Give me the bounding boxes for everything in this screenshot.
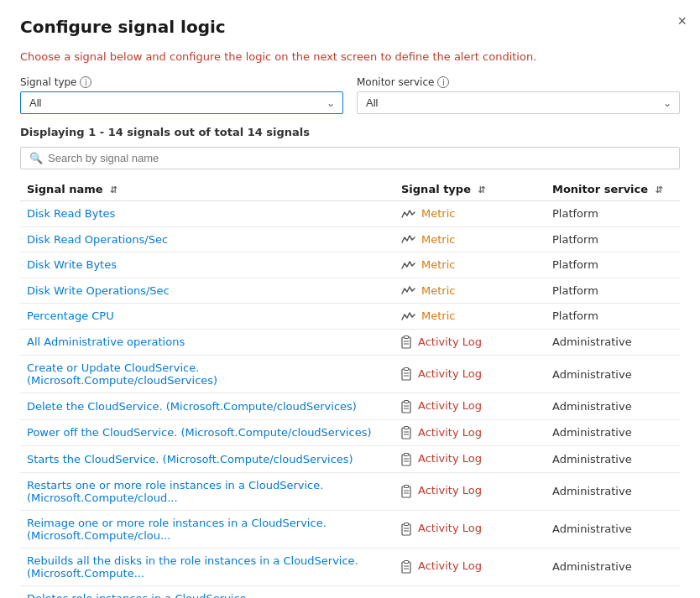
signal-name-cell: Percentage CPU [20,304,394,330]
signal-name-link[interactable]: Disk Read Bytes [27,207,115,220]
table-row: Reimage one or more role instances in a … [20,510,680,548]
signal-type-label: Metric [421,207,455,220]
signal-name-link[interactable]: Reimage one or more role instances in a … [27,517,326,542]
monitor-service-select-wrapper: All Platform Administrative ⌄ [357,91,680,114]
signal-type-label: Signal type i [20,76,343,88]
activity-log-icon [401,559,413,572]
signal-name-cell: All Administrative operations [20,329,394,356]
signal-type-cell: Activity Log [394,585,546,598]
table-row: Disk Read Operations/Sec MetricPlatform [20,226,680,252]
signal-type-cell: Metric [394,252,546,278]
signal-name-cell: Reimage one or more role instances in a … [20,510,394,548]
table-row: All Administrative operations Activity L… [20,329,680,356]
signals-table: Signal name ⇵ Signal type ⇵ Monitor serv… [20,178,680,598]
search-input[interactable] [48,152,671,164]
signal-type-label: Activity Log [418,426,482,439]
svg-rect-29 [405,560,409,563]
svg-rect-13 [405,427,409,429]
metric-icon [401,207,416,220]
signal-name-cell: Create or Update CloudService. (Microsof… [20,356,394,393]
signal-type-cell: Activity Log [394,472,546,510]
monitor-service-cell: Administrative [546,419,680,446]
signal-type-label: Activity Log [418,522,482,534]
table-row: Restarts one or more role instances in a… [20,472,680,510]
activity-log-icon [401,335,413,348]
signal-name-link[interactable]: Starts the CloudService. (Microsoft.Comp… [27,453,353,465]
table-row: Rebuilds all the disks in the role insta… [20,548,680,585]
signal-name-link[interactable]: Disk Write Operations/Sec [27,284,170,297]
signal-type-label: Activity Log [418,367,482,380]
col-signal-name: Signal name ⇵ [20,178,394,201]
signal-type-label: Metric [421,258,455,271]
sort-monitor-service-icon[interactable]: ⇵ [656,185,663,195]
signal-type-cell: Activity Log [394,419,546,446]
signal-type-label: Metric [421,309,455,322]
signal-name-link[interactable]: All Administrative operations [27,335,185,348]
monitor-service-cell: Administrative [546,585,680,598]
signal-name-link[interactable]: Delete the CloudService. (Microsoft.Comp… [27,400,357,413]
signal-type-cell: Activity Log [394,329,546,356]
signal-type-cell: Metric [394,201,546,227]
table-row: Delete the CloudService. (Microsoft.Comp… [20,393,680,420]
monitor-service-cell: Platform [546,304,680,330]
monitor-service-cell: Administrative [546,472,680,510]
monitor-service-cell: Platform [546,201,680,227]
signal-name-cell: Disk Write Operations/Sec [20,278,394,304]
monitor-service-label: Monitor service i [357,76,680,88]
signal-type-label: Activity Log [418,335,482,348]
table-row: Starts the CloudService. (Microsoft.Comp… [20,446,680,473]
signal-type-cell: Metric [394,304,546,330]
signal-name-link[interactable]: Restarts one or more role instances in a… [27,479,323,504]
panel-title: Configure signal logic [20,17,680,37]
svg-rect-21 [405,485,409,487]
signal-name-cell: Rebuilds all the disks in the role insta… [20,548,394,585]
activity-log-icon [401,522,413,534]
col-signal-type: Signal type ⇵ [394,178,546,201]
signal-type-cell: Activity Log [394,446,546,473]
close-button[interactable]: × [677,13,687,29]
signal-name-link[interactable]: Percentage CPU [27,309,114,322]
signal-type-label: Metric [421,233,455,246]
signal-type-info-icon[interactable]: i [80,76,91,88]
signal-name-cell: Deletes role instances in a CloudService… [20,585,394,598]
monitor-service-info-icon[interactable]: i [437,76,449,88]
panel-subtitle: Choose a signal below and configure the … [20,50,680,63]
svg-rect-17 [405,453,409,455]
metric-icon [401,284,416,297]
table-row: Disk Write Operations/Sec MetricPlatform [20,278,680,304]
search-box: 🔍 [20,147,680,169]
signal-name-link[interactable]: Deletes role instances in a CloudService… [27,592,250,599]
signal-name-link[interactable]: Rebuilds all the disks in the role insta… [27,554,358,580]
sort-signal-type-icon[interactable]: ⇵ [478,185,485,195]
signal-type-cell: Activity Log [394,356,546,393]
table-body: Disk Read Bytes MetricPlatformDisk Read … [20,201,680,599]
monitor-service-filter-group: Monitor service i All Platform Administr… [357,76,680,114]
signal-type-label: Metric [421,284,455,297]
monitor-service-cell: Administrative [546,356,680,393]
signal-type-filter-group: Signal type i All Metric Activity Log Lo… [20,76,343,114]
table-row: Create or Update CloudService. (Microsof… [20,356,680,393]
table-header: Signal name ⇵ Signal type ⇵ Monitor serv… [20,178,680,201]
signal-name-link[interactable]: Disk Write Bytes [27,258,117,271]
signal-type-cell: Activity Log [394,548,546,585]
signal-type-label: Activity Log [418,484,482,497]
sort-signal-name-icon[interactable]: ⇵ [110,185,118,195]
signal-type-cell: Activity Log [394,393,546,420]
monitor-service-cell: Administrative [546,393,680,420]
svg-rect-1 [405,336,409,339]
signal-type-select[interactable]: All Metric Activity Log Log Health [20,91,343,114]
monitor-service-cell: Administrative [546,548,680,585]
signal-name-link[interactable]: Disk Read Operations/Sec [27,233,168,246]
signal-name-link[interactable]: Power off the CloudService. (Microsoft.C… [27,426,372,439]
signal-type-cell: Metric [394,226,546,252]
signal-type-label: Activity Log [418,452,482,465]
signal-type-cell: Metric [394,278,546,304]
activity-log-icon [401,426,413,439]
configure-signal-logic-panel: Configure signal logic × Choose a signal… [0,0,700,598]
signal-type-label: Activity Log [418,399,482,412]
monitor-service-select[interactable]: All Platform Administrative [357,91,680,114]
signal-name-link[interactable]: Create or Update CloudService. (Microsof… [27,361,217,387]
monitor-service-cell: Administrative [546,446,680,473]
signal-type-cell: Activity Log [394,510,546,548]
table-row: Disk Read Bytes MetricPlatform [20,201,680,227]
